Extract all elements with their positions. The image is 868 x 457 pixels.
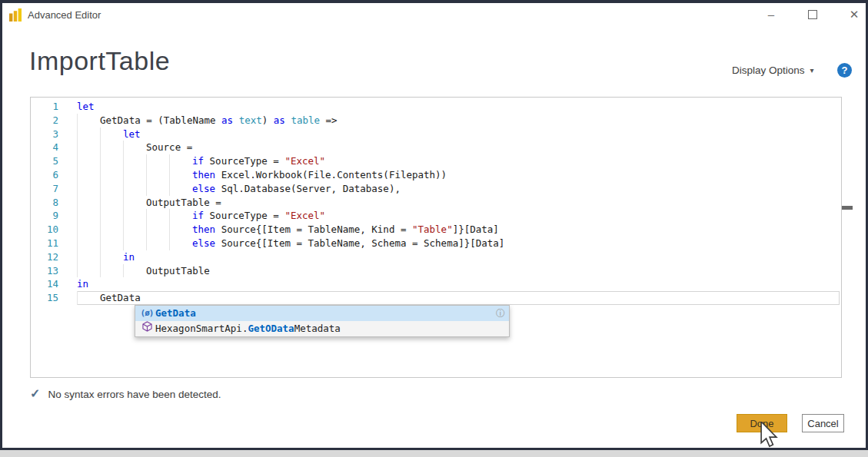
code-token: SourceType = xyxy=(204,209,284,223)
powerbi-logo-icon xyxy=(9,8,22,22)
indent-guide xyxy=(100,196,123,210)
window-title: Advanced Editor xyxy=(28,9,101,21)
code-token xyxy=(285,114,291,127)
code-token: GetData xyxy=(100,291,141,305)
status-message: ✓No syntax errors have been detected. xyxy=(30,386,221,401)
code-token: Sql.Database(Server, Database), xyxy=(215,182,401,196)
code-token: SourceType = xyxy=(204,154,284,168)
code-line[interactable]: 15GetData xyxy=(31,291,841,305)
close-button[interactable]: ✕ xyxy=(841,5,867,25)
code-line[interactable]: 10then Source{[Item = TableName, Kind = … xyxy=(31,223,841,237)
code-line[interactable]: 12in xyxy=(31,250,841,264)
display-options-dropdown[interactable]: Display Options▾ xyxy=(732,65,814,76)
code-token: as xyxy=(221,114,233,127)
indent-guide xyxy=(77,141,100,154)
autocomplete-popup: (ø)GetDataⓘHexagonSmartApi.GetODataMetad… xyxy=(135,305,510,337)
code-line[interactable]: 2GetData = (TableName as text) as table … xyxy=(31,114,841,127)
indent-guide xyxy=(77,237,100,250)
code-token: if xyxy=(192,209,204,223)
code-token: text xyxy=(239,114,262,127)
line-number: 9 xyxy=(31,209,58,223)
indent-guide xyxy=(169,209,192,223)
indent-guide xyxy=(146,182,169,196)
autocomplete-label: GetData xyxy=(155,306,196,321)
indent-guide xyxy=(169,223,192,237)
indent-guide xyxy=(77,264,100,278)
module-icon xyxy=(138,321,155,336)
help-button[interactable]: ? xyxy=(837,63,852,78)
code-token: Source{[Item = TableName, Schema = Schem… xyxy=(215,237,504,250)
code-token: let xyxy=(77,100,95,114)
line-number: 3 xyxy=(31,127,58,141)
code-token xyxy=(233,114,239,127)
line-number: 8 xyxy=(31,196,58,210)
display-options-label: Display Options xyxy=(732,65,805,76)
indent-guide xyxy=(77,196,100,210)
indent-guide xyxy=(169,237,192,250)
indent-guide xyxy=(100,223,123,237)
code-line[interactable]: 7else Sql.Database(Server, Database), xyxy=(31,182,841,196)
indent-guide xyxy=(169,168,192,182)
maximize-button[interactable] xyxy=(800,5,826,25)
code-line[interactable]: 9if SourceType = "Excel" xyxy=(31,209,841,223)
autocomplete-item[interactable]: (ø)GetDataⓘ xyxy=(135,306,509,321)
code-token: => xyxy=(320,114,338,127)
code-token: Source = xyxy=(146,141,192,154)
line-number: 5 xyxy=(31,154,58,168)
line-number: 2 xyxy=(31,114,58,127)
code-token: let xyxy=(123,127,141,141)
code-token: else xyxy=(192,182,215,196)
line-number: 4 xyxy=(31,141,58,154)
code-line[interactable]: 4Source = xyxy=(31,141,841,154)
code-line[interactable]: 11else Source{[Item = TableName, Schema … xyxy=(31,237,841,250)
code-token: Source{[Item = TableName, Kind = xyxy=(215,223,412,237)
indent-guide xyxy=(77,127,100,141)
cancel-button[interactable]: Cancel xyxy=(802,414,844,432)
chevron-down-icon: ▾ xyxy=(810,66,814,75)
indent-guide xyxy=(77,223,100,237)
indent-guide xyxy=(100,168,123,182)
indent-guide xyxy=(123,237,146,250)
code-token: as xyxy=(274,114,285,127)
indent-guide xyxy=(123,154,146,168)
check-icon: ✓ xyxy=(30,387,40,400)
code-token: "Excel" xyxy=(284,154,325,168)
code-token: OutputTable = xyxy=(146,196,221,210)
indent-guide xyxy=(100,182,123,196)
indent-guide xyxy=(123,196,146,210)
indent-guide xyxy=(123,209,146,223)
indent-guide xyxy=(100,250,123,264)
indent-guide xyxy=(146,168,169,182)
code-token: else xyxy=(192,237,215,250)
method-icon: (ø) xyxy=(138,306,155,321)
info-icon[interactable]: ⓘ xyxy=(496,306,505,321)
code-token: then xyxy=(192,168,215,182)
indent-guide xyxy=(123,168,146,182)
indent-guide xyxy=(77,291,100,305)
code-line[interactable]: 1let xyxy=(31,100,841,114)
indent-guide xyxy=(77,250,100,264)
indent-guide xyxy=(77,114,100,127)
scrollbar-thumb[interactable] xyxy=(842,206,853,210)
autocomplete-item[interactable]: HexagonSmartApi.GetODataMetadata xyxy=(135,321,509,336)
code-token: in xyxy=(77,277,88,291)
code-token: then xyxy=(192,223,215,237)
code-line[interactable]: 6then Excel.Workbook(File.Contents(Filep… xyxy=(31,168,841,182)
code-line[interactable]: 3let xyxy=(31,127,841,141)
indent-guide xyxy=(169,182,192,196)
indent-guide xyxy=(123,223,146,237)
code-token: ]}[Data] xyxy=(453,223,499,237)
done-button[interactable]: Done xyxy=(737,414,787,432)
code-line[interactable]: 14in xyxy=(31,277,841,291)
code-line[interactable]: 13OutputTable xyxy=(31,264,841,278)
status-text: No syntax errors have been detected. xyxy=(48,389,221,400)
indent-guide xyxy=(123,141,146,154)
maximize-icon xyxy=(808,10,817,19)
indent-guide xyxy=(100,154,123,168)
code-line[interactable]: 5if SourceType = "Excel" xyxy=(31,154,841,168)
line-number: 13 xyxy=(31,264,58,278)
minimize-button[interactable]: – xyxy=(758,5,784,25)
code-line[interactable]: 8OutputTable = xyxy=(31,196,841,210)
line-number: 15 xyxy=(31,291,58,305)
indent-guide xyxy=(123,182,146,196)
